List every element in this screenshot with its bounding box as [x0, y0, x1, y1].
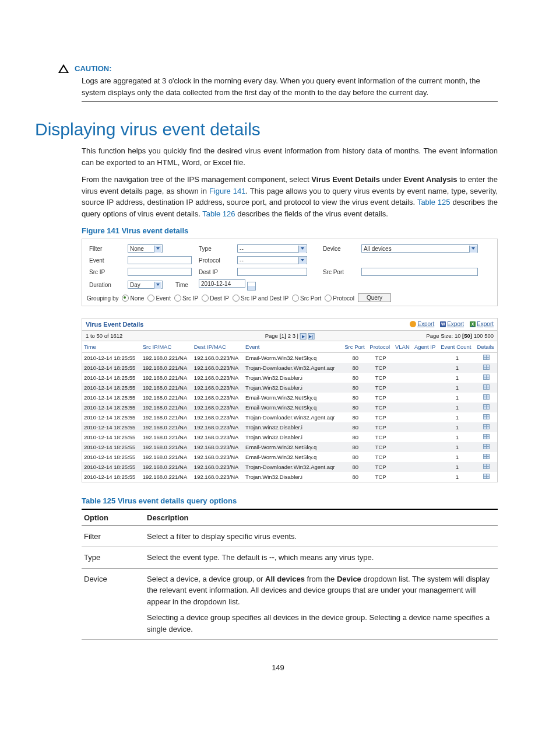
time-input[interactable]: 2010-12-14 — [199, 279, 245, 288]
table-row: 2010-12-14 18:25:55192.168.0.221/NA192.1… — [82, 472, 497, 482]
export-excel-link[interactable]: XExport — [470, 321, 494, 327]
details-icon[interactable] — [483, 474, 490, 479]
type-select[interactable]: -- — [237, 244, 307, 253]
filter-label-time: Time — [171, 278, 196, 292]
desc-desc-type: Select the event type. The default is --… — [145, 547, 498, 569]
calendar-icon[interactable] — [247, 282, 256, 290]
grouping-radio-event[interactable] — [147, 295, 154, 302]
desc-desc-filter: Select a filter to display specific viru… — [145, 526, 498, 547]
filter-label-destip: Dest IP — [196, 266, 235, 278]
filter-panel: Filter None Type -- Device All devices E… — [82, 239, 498, 306]
device-select[interactable]: All devices — [361, 244, 478, 253]
details-icon[interactable] — [483, 464, 490, 469]
figure-link[interactable]: Figure 141 — [209, 187, 246, 195]
events-column-header[interactable]: Dest IP/MAC — [192, 341, 244, 353]
srcip-input[interactable] — [128, 268, 192, 276]
desc-option-device: Device — [82, 568, 145, 640]
details-icon[interactable] — [483, 414, 490, 419]
filter-label-srcport: Src Port — [321, 266, 359, 278]
destip-input[interactable] — [237, 268, 307, 276]
grouping-radio-protocol[interactable] — [325, 295, 332, 302]
events-column-header[interactable]: Src IP/MAC — [141, 341, 192, 353]
figure-caption: Figure 141 Virus event details — [82, 226, 498, 235]
page-3-link[interactable]: 3 — [293, 332, 295, 339]
details-icon[interactable] — [483, 365, 490, 370]
filter-label-event: Event — [87, 254, 125, 266]
caution-text: Logs are aggregated at 3 o'clock in the … — [82, 75, 498, 98]
filter-label-type: Type — [196, 243, 235, 254]
range-text: 1 to 50 of 1612 — [86, 332, 122, 339]
caution-block: CAUTION: Logs are aggregated at 3 o'cloc… — [82, 64, 498, 102]
duration-select[interactable]: Day — [128, 281, 163, 289]
details-icon[interactable] — [483, 424, 490, 429]
details-icon[interactable] — [483, 454, 490, 459]
table-row: 2010-12-14 18:25:55192.168.0.221/NA192.1… — [82, 352, 497, 363]
table-row: 2010-12-14 18:25:55192.168.0.221/NA192.1… — [82, 452, 497, 462]
next-page-icon[interactable]: ▶ — [300, 333, 307, 340]
table-link-126[interactable]: Table 126 — [202, 209, 235, 218]
filter-label-protocol: Protocol — [196, 254, 235, 266]
events-column-header[interactable]: Event — [244, 341, 343, 353]
filter-select[interactable]: None — [128, 244, 163, 253]
events-table: TimeSrc IP/MACDest IP/MACEventSrc PortPr… — [82, 341, 497, 482]
protocol-select[interactable]: -- — [237, 256, 307, 264]
table-row: 2010-12-14 18:25:55192.168.0.221/NA192.1… — [82, 442, 497, 452]
desc-head-description: Description — [145, 509, 498, 526]
events-panel: Virus Event Details Export WExport XExpo… — [82, 318, 498, 482]
filter-label-device: Device — [321, 243, 359, 254]
desc-table: Option Description Filter Select a filte… — [82, 509, 498, 640]
filter-label-duration: Duration — [87, 278, 125, 292]
table-row: 2010-12-14 18:25:55192.168.0.221/NA192.1… — [82, 422, 497, 432]
grouping-radio-srcip[interactable] — [174, 295, 181, 302]
export-word-link[interactable]: WExport — [440, 321, 464, 327]
events-column-header[interactable]: Event Count — [439, 341, 475, 353]
page-2-link[interactable]: 2 — [288, 332, 291, 339]
table-row: 2010-12-14 18:25:55192.168.0.221/NA192.1… — [82, 412, 497, 422]
events-column-header[interactable]: Protocol — [368, 341, 393, 353]
details-icon[interactable] — [483, 444, 490, 449]
table-row: 2010-12-14 18:25:55192.168.0.221/NA192.1… — [82, 373, 497, 383]
grouping-radio-srcport[interactable] — [292, 295, 299, 302]
intro-paragraph-2: From the navigation tree of the IPS mana… — [82, 174, 498, 219]
events-column-header[interactable]: Agent IP — [413, 341, 439, 353]
desc-desc-device: Select a device, a device group, or All … — [145, 568, 498, 640]
events-column-header[interactable]: VLAN — [393, 341, 413, 353]
export-html-link[interactable]: Export — [410, 321, 434, 327]
events-column-header[interactable]: Details — [475, 341, 497, 353]
table-row: 2010-12-14 18:25:55192.168.0.221/NA192.1… — [82, 462, 497, 472]
table-row: 2010-12-14 18:25:55192.168.0.221/NA192.1… — [82, 402, 497, 412]
page-number: 149 — [58, 663, 498, 672]
query-button[interactable]: Query — [358, 293, 391, 302]
desc-head-option: Option — [82, 509, 145, 526]
srcport-input[interactable] — [361, 268, 478, 276]
table-row: 2010-12-14 18:25:55192.168.0.221/NA192.1… — [82, 432, 497, 442]
desc-option-type: Type — [82, 547, 145, 569]
intro-paragraph-1: This function helps you quickly find the… — [82, 145, 498, 168]
grouping-radio-destip[interactable] — [202, 295, 209, 302]
table-link-125[interactable]: Table 125 — [417, 198, 451, 206]
events-title: Virus Event Details — [86, 321, 143, 328]
page-size: Page Size: 10 [50] 100 500 — [426, 332, 494, 339]
grouping-radio-srcdestip[interactable] — [233, 295, 240, 302]
details-icon[interactable] — [483, 404, 490, 410]
details-icon[interactable] — [483, 374, 490, 380]
grouping-radio-none[interactable] — [122, 295, 129, 302]
section-heading: Displaying virus event details — [35, 120, 498, 139]
details-icon[interactable] — [483, 434, 490, 439]
events-column-header[interactable]: Time — [82, 341, 141, 353]
details-icon[interactable] — [483, 355, 490, 360]
caution-label: CAUTION: — [75, 64, 112, 73]
last-page-icon[interactable]: ▶| — [308, 333, 314, 340]
filter-label-srcip: Src IP — [87, 266, 125, 278]
table-row: 2010-12-14 18:25:55192.168.0.221/NA192.1… — [82, 363, 497, 373]
filter-label-groupingby: Grouping by — [87, 295, 118, 302]
events-column-header[interactable]: Src Port — [343, 341, 368, 353]
globe-icon — [410, 321, 416, 327]
word-icon: W — [440, 321, 446, 327]
table-caption: Table 125 Virus event details query opti… — [82, 496, 498, 505]
filter-label-filter: Filter — [87, 243, 125, 254]
warning-triangle-icon — [58, 64, 69, 73]
details-icon[interactable] — [483, 384, 490, 390]
details-icon[interactable] — [483, 394, 490, 400]
event-input[interactable] — [128, 256, 192, 264]
